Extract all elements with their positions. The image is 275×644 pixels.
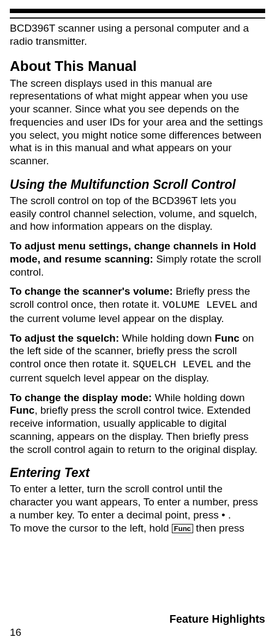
func-key-icon: Func	[172, 524, 193, 534]
squelch-level-mono: SQUELCH LEVEL	[133, 359, 213, 371]
enter-letter-text-a: To enter a letter, turn the scroll contr…	[10, 483, 258, 521]
top-rule-thick	[10, 9, 265, 13]
heading-entering-text: Entering Text	[10, 466, 265, 480]
func-word-1: Func	[215, 332, 240, 344]
func-word-2: Func	[10, 404, 34, 416]
change-volume-paragraph: To change the scanner's volume: Briefly …	[10, 285, 265, 325]
adjust-squelch-text-a: While holding down	[122, 332, 215, 344]
move-cursor-text-a: To move the cursor to the left, hold	[10, 522, 172, 534]
intro-text: BCD396T scanner using a personal compute…	[10, 22, 265, 48]
change-volume-bold: To change the scanner's volume:	[10, 285, 176, 297]
adjust-menu-paragraph: To adjust menu settings, change channels…	[10, 240, 265, 278]
about-paragraph: The screen displays used in this manual …	[10, 77, 265, 168]
heading-about: About This Manual	[10, 58, 265, 75]
move-cursor-text-b: then press	[196, 522, 244, 534]
move-cursor-paragraph: To move the cursor to the left, hold Fun…	[10, 522, 265, 535]
display-mode-text-b: , briefly press the scroll control twice…	[10, 404, 258, 455]
dot-icon: •	[222, 509, 225, 521]
adjust-squelch-paragraph: To adjust the squelch: While holding dow…	[10, 332, 265, 385]
heading-scroll-control: Using the Multifunction Scroll Control	[10, 177, 265, 192]
enter-letter-paragraph: To enter a letter, turn the scroll contr…	[10, 482, 265, 521]
footer-title: Feature Highlights	[169, 613, 265, 625]
page-number: 16	[10, 627, 21, 639]
enter-letter-text-b: .	[228, 509, 231, 521]
volume-level-mono: VOLUME LEVEL	[163, 299, 237, 311]
adjust-squelch-bold: To adjust the squelch:	[10, 332, 122, 344]
top-rule-thin	[10, 17, 265, 19]
display-mode-paragraph: To change the display mode: While holdin…	[10, 391, 265, 456]
display-mode-bold: To change the display mode:	[10, 392, 155, 403]
scroll-intro: The scroll control on top of the BCD396T…	[10, 194, 265, 233]
display-mode-text-a: While holding down	[155, 392, 245, 403]
